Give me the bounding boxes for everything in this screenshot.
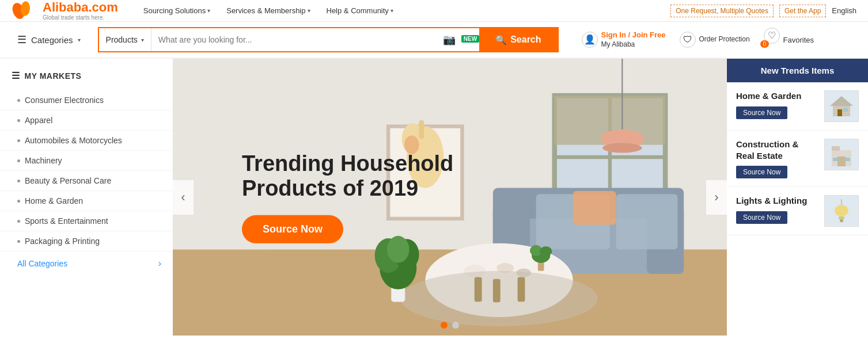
favorites-area[interactable]: ♡ 0 Favorites <box>764 28 814 52</box>
top-nav-right: One Request, Multiple Quotes Get the App… <box>670 5 856 17</box>
dot-icon <box>17 119 20 122</box>
chevron-down-icon: ▾ <box>391 7 393 14</box>
trend-item-lights: Lights & Lighting Source Now <box>727 187 868 235</box>
nav-help-community[interactable]: Help & Community ▾ <box>319 0 401 22</box>
chevron-down-icon: ▾ <box>308 7 310 14</box>
search-bar: ☰ Categories ▾ Products ▾ 📷 NEW 🔍 Search… <box>0 22 868 59</box>
sidebar-item-home-garden[interactable]: Home & Garden <box>0 191 173 211</box>
carousel-next-button[interactable]: › <box>706 180 727 215</box>
trend-image-home-garden <box>824 90 859 122</box>
camera-icon[interactable]: 📷 <box>437 33 461 46</box>
svg-rect-49 <box>846 158 850 161</box>
svg-point-30 <box>602 143 642 153</box>
search-type-dropdown[interactable]: Products ▾ <box>99 28 151 51</box>
language-selector[interactable]: English <box>832 6 856 15</box>
top-nav: Alibaba.com Global trade starts here. So… <box>0 0 868 22</box>
svg-rect-14 <box>616 194 678 249</box>
logo[interactable]: Alibaba.com Global trade starts here. <box>12 0 118 25</box>
search-icon: 🔍 <box>495 35 507 45</box>
dot-icon <box>17 159 20 162</box>
sidebar-item-automobiles[interactable]: Automobiles & Motorcycles <box>0 131 173 151</box>
trends-header: New Trends Items <box>727 59 868 82</box>
logo-text: Alibaba.com Global trade starts here. <box>43 1 118 21</box>
order-protection-label: Order Protection <box>699 35 750 44</box>
svg-rect-53 <box>840 219 843 222</box>
trend-source-btn-construction[interactable]: Source Now <box>736 166 787 178</box>
svg-rect-34 <box>419 120 424 139</box>
new-badge: NEW <box>461 35 479 43</box>
trend-item-home-garden: Home & Garden Source Now <box>727 82 868 131</box>
chevron-down-icon: ▾ <box>141 37 144 43</box>
chevron-right-icon: › <box>158 258 161 269</box>
sidebar-hamburger-icon: ☰ <box>12 70 20 81</box>
svg-marker-42 <box>830 96 853 106</box>
chevron-down-icon: ▾ <box>207 7 210 14</box>
sidebar: ☰ MY MARKETS Consumer Electronics Appare… <box>0 59 173 336</box>
my-alibaba-label: My Alibaba <box>601 40 666 49</box>
chevron-right-icon: › <box>714 190 718 205</box>
sidebar-item-apparel[interactable]: Apparel <box>0 110 173 131</box>
categories-label: Categories <box>31 35 73 45</box>
top-nav-links: Sourcing Solutions ▾ Services & Membersh… <box>135 0 670 22</box>
categories-button[interactable]: ☰ Categories ▾ <box>12 33 86 46</box>
trend-title-home-garden: Home & Garden <box>736 90 818 102</box>
trend-image-lights <box>824 195 859 227</box>
dot-icon <box>17 200 20 203</box>
sidebar-item-beauty[interactable]: Beauty & Personal Care <box>0 171 173 191</box>
dot-icon <box>17 139 20 142</box>
svg-rect-48 <box>833 158 837 161</box>
carousel-background: Trending HouseholdProducts of 2019 Sourc… <box>173 59 727 336</box>
dot-icon <box>17 220 20 223</box>
carousel-dot-1[interactable] <box>441 322 448 329</box>
trend-title-construction: Construction & Real Estate <box>736 139 818 161</box>
trend-source-btn-lights[interactable]: Source Now <box>736 211 787 224</box>
svg-rect-44 <box>843 108 848 112</box>
carousel-content: Trending HouseholdProducts of 2019 Sourc… <box>242 151 453 243</box>
logo-brand: Alibaba.com <box>43 1 118 14</box>
home-garden-icon <box>827 93 856 119</box>
search-container: Products ▾ 📷 NEW 🔍 Search <box>98 27 559 52</box>
carousel-prev-button[interactable]: ‹ <box>173 180 194 215</box>
signin-label: Sign In / Join Free <box>601 31 666 40</box>
favorites-label: Favorites <box>783 36 814 44</box>
get-app-btn[interactable]: Get the App <box>779 5 826 17</box>
dot-icon <box>17 240 20 243</box>
logo-tagline: Global trade starts here. <box>43 14 118 21</box>
dot-icon <box>17 99 20 102</box>
carousel-area: Trending HouseholdProducts of 2019 Sourc… <box>173 59 727 336</box>
svg-point-26 <box>540 246 552 256</box>
carousel-title: Trending HouseholdProducts of 2019 <box>242 151 453 201</box>
sidebar-item-machinery[interactable]: Machinery <box>0 151 173 171</box>
search-right-actions: 👤 Sign In / Join Free My Alibaba 🛡 Order… <box>582 28 814 52</box>
sidebar-all-categories[interactable]: All Categories › <box>0 251 173 276</box>
favorites-count: 0 <box>760 40 770 48</box>
svg-rect-52 <box>839 216 844 219</box>
svg-rect-47 <box>832 146 840 151</box>
signin-area[interactable]: 👤 Sign In / Join Free My Alibaba <box>582 31 666 49</box>
svg-rect-43 <box>837 109 842 116</box>
one-request-btn[interactable]: One Request, Multiple Quotes <box>670 5 774 17</box>
user-icon: 👤 <box>582 32 598 48</box>
sidebar-title: ☰ MY MARKETS <box>0 70 173 90</box>
sidebar-item-consumer-electronics[interactable]: Consumer Electronics <box>0 90 173 110</box>
chevron-left-icon: ‹ <box>181 190 185 205</box>
sidebar-item-sports[interactable]: Sports & Entertainment <box>0 211 173 231</box>
nav-services-membership[interactable]: Services & Membership ▾ <box>218 0 318 22</box>
carousel-source-now-button[interactable]: Source Now <box>242 215 343 243</box>
trend-title-lights: Lights & Lighting <box>736 195 818 207</box>
trend-source-btn-home-garden[interactable]: Source Now <box>736 106 787 119</box>
search-input[interactable] <box>151 28 437 51</box>
search-button[interactable]: 🔍 Search <box>479 28 557 51</box>
shield-icon: 🛡 <box>680 32 696 48</box>
order-protection-area[interactable]: 🛡 Order Protection <box>680 32 750 48</box>
svg-point-27 <box>400 271 597 326</box>
nav-sourcing-solutions[interactable]: Sourcing Solutions ▾ <box>135 0 218 22</box>
sidebar-item-packaging[interactable]: Packaging & Printing <box>0 231 173 251</box>
carousel-dot-2[interactable] <box>452 322 459 329</box>
trends-panel: New Trends Items Home & Garden Source No… <box>727 59 868 336</box>
svg-rect-46 <box>837 157 846 166</box>
svg-rect-15 <box>573 191 616 225</box>
construction-icon <box>827 142 856 167</box>
carousel-dots <box>441 322 459 329</box>
main-content: ☰ MY MARKETS Consumer Electronics Appare… <box>0 59 868 336</box>
